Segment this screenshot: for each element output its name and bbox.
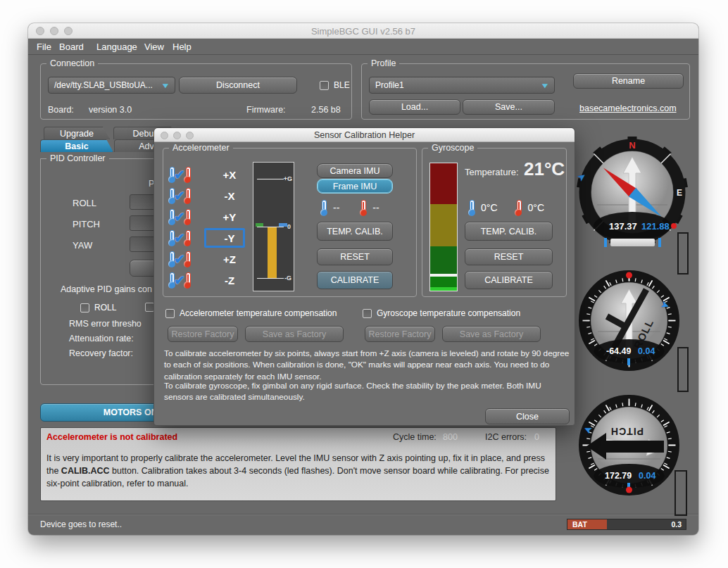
adaptive-roll-checkbox[interactable] [80, 303, 89, 313]
accel-temp-row: -- -- [318, 199, 379, 216]
connection-group: Connection /dev/tty.SLAB_USBtoUA... ▼ Di… [40, 63, 352, 120]
i2c-errors-value: 0 [534, 432, 539, 442]
pitch-value: 172.79 [605, 471, 632, 481]
adaptive-pid-label: Adaptive PID gains con [61, 284, 152, 294]
save-factory-label: Save as Factory [263, 329, 326, 339]
i2c-errors-label: I2C errors: [485, 432, 527, 442]
firmware-value: 2.56 b8 [311, 105, 341, 115]
gyro-bar-olive [430, 204, 457, 246]
save-button[interactable]: Save... [463, 99, 555, 115]
axis-label: +Z [214, 253, 245, 265]
menu-board[interactable]: Board [59, 42, 84, 52]
accel-compensation-checkbox-row[interactable]: Accelerometer temperature compensation [165, 308, 337, 318]
restore-factory-label: Restore Factory [172, 329, 234, 339]
accel-compensation-checkbox[interactable] [165, 309, 175, 318]
gyro-reset-button[interactable]: RESET [465, 248, 553, 265]
accel-temp-calib-button[interactable]: TEMP. CALIB. [317, 222, 393, 241]
save-factory-label: Save as Factory [460, 329, 523, 339]
disconnect-button[interactable]: Disconnect [179, 77, 297, 94]
accel-save-factory-button[interactable]: Save as Factory [245, 326, 344, 342]
dialog-title: Sensor Calibration Helper [154, 130, 575, 140]
basecam-link[interactable]: basecamelectronics.com [579, 103, 677, 113]
dialog-titlebar[interactable]: Sensor Calibration Helper [154, 128, 575, 142]
pitch-target-value: 0.04 [639, 471, 655, 481]
profile-select[interactable]: Profile1 ▼ [369, 77, 555, 94]
gyro-temp-calib-label: TEMP. CALIB. [481, 227, 537, 236]
ble-checkbox[interactable] [320, 81, 329, 90]
check-icon: ✔ [174, 209, 185, 225]
accelerometer-group: Accelerometer ✔ +X ✔ -X ✔ +Y ✔ -Y ✔ [163, 148, 417, 297]
gyro-temp-label: Temperature: [465, 167, 519, 177]
frame-imu-button[interactable]: Frame IMU [317, 179, 393, 194]
meter-blue-peak [279, 223, 287, 227]
board-value: version 3.0 [89, 105, 132, 115]
menu-help[interactable]: Help [172, 42, 192, 52]
roll-gauge: ROLL -64.49 0.04 ➤ [578, 270, 680, 372]
frame-imu-label: Frame IMU [333, 182, 377, 191]
battery-label: BAT [567, 519, 607, 529]
check-icon: ✔ [174, 167, 185, 183]
red-dot-marker [626, 272, 632, 279]
gyro-stability-bar [429, 163, 458, 291]
profile-group: Profile Profile1 ▼ Rename Load... Save..… [361, 63, 690, 120]
thermometer-blue-icon [466, 199, 477, 216]
check-icon: ✔ [174, 188, 185, 204]
accel-restore-factory-button[interactable]: Restore Factory [168, 326, 238, 342]
gyro-save-factory-button[interactable]: Save as Factory [442, 326, 541, 342]
camera-imu-label: Camera IMU [330, 166, 380, 176]
gyro-compensation-checkbox[interactable] [363, 309, 372, 318]
port-select[interactable]: /dev/tty.SLAB_USBtoUA... ▼ [48, 77, 175, 94]
menu-bar: File Board Language View Help [28, 39, 698, 55]
accel-reset-button[interactable]: RESET [317, 248, 393, 265]
rename-button[interactable]: Rename [573, 73, 684, 89]
attenuation-rate-label: Attenuation rate: [69, 334, 134, 343]
firmware-label: Firmware: [246, 105, 286, 115]
connection-group-label: Connection [46, 58, 98, 68]
camera-imu-button[interactable]: Camera IMU [317, 163, 393, 178]
disconnect-button-label: Disconnect [216, 80, 260, 90]
ble-checkbox-row[interactable]: BLE [320, 80, 350, 90]
rms-threshold-label: RMS error thresho [69, 319, 142, 329]
window-titlebar[interactable]: SimpleBGC GUI v2.56 b7 [28, 23, 698, 39]
accel-peak-meter: +G 0 -G [253, 162, 294, 291]
menu-language[interactable]: Language [96, 42, 137, 52]
yaw-value: 137.37 [609, 221, 637, 232]
red-dot-marker [671, 223, 677, 229]
statusbar-divider [28, 514, 698, 515]
cycle-time-value: 800 [443, 432, 458, 442]
close-dialog-button[interactable]: Close [485, 408, 570, 424]
profile-group-label: Profile [368, 58, 399, 68]
board-label: Board: [48, 105, 74, 115]
thermometer-blue-icon [318, 199, 329, 216]
adaptive-roll-checkbox-row[interactable]: ROLL [80, 303, 116, 313]
tab-basic[interactable]: Basic [40, 139, 113, 152]
meter-green-peak [256, 223, 263, 227]
status-info-panel: Accelerometer is not calibrated Cycle ti… [40, 427, 556, 501]
menu-view[interactable]: View [144, 42, 164, 52]
gyro-bar-darkgreen [430, 246, 457, 274]
tab-upgrade[interactable]: Upgrade [44, 127, 110, 139]
gyro-temp-calib-button[interactable]: TEMP. CALIB. [465, 222, 553, 241]
cycle-time-label: Cycle time: [393, 432, 437, 442]
gyro-restore-factory-button[interactable]: Restore Factory [365, 326, 435, 342]
pitch-gauge-label: PITCH [610, 426, 644, 437]
axis-label: +X [214, 169, 245, 181]
check-icon: ✔ [174, 272, 185, 289]
meter-yellow-bar [268, 227, 277, 278]
roll-side-rect [677, 347, 689, 392]
accel-calibrate-button[interactable]: CALIBRATE [317, 271, 393, 289]
gyro-calibrate-button[interactable]: CALIBRATE [465, 271, 553, 289]
close-button-label: Close [516, 412, 539, 422]
load-button[interactable]: Load... [369, 99, 460, 115]
chevron-down-icon: ▼ [540, 82, 550, 89]
accel-temp-red-value: -- [372, 202, 379, 213]
gyro-compensation-checkbox-row[interactable]: Gyroscope temperature compensation [363, 308, 520, 318]
status-message: Device goes to reset.. [40, 519, 122, 529]
compass-north-label: N [629, 140, 635, 151]
yaw-slider[interactable] [610, 239, 655, 246]
selected-axis-box [204, 228, 245, 248]
roll-blue-tick [627, 358, 630, 365]
menu-file[interactable]: File [37, 42, 51, 52]
meter-minus-g-label: -G [284, 274, 291, 282]
recovery-factor-label: Recovery factor: [69, 348, 133, 358]
